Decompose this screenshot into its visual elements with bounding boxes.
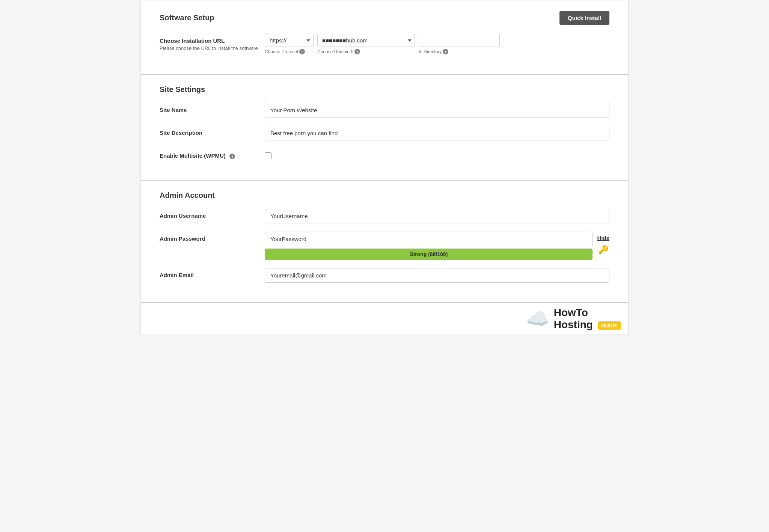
site-description-label: Site Description — [160, 130, 265, 136]
password-actions: Hide 🔑 — [597, 232, 609, 255]
admin-email-label: Admin Email — [160, 272, 265, 278]
branding-cloud-icon: ☁️ — [526, 308, 549, 330]
site-name-label: Site Name — [160, 107, 265, 113]
site-settings-section: Site Settings Site Name Site Description — [141, 75, 628, 180]
password-wrap: Strong (68/100) Hide 🔑 — [265, 232, 609, 260]
installation-url-controls: https:// http:// Choose Protocol i ■■■■■… — [265, 34, 609, 54]
admin-account-section: Admin Account Admin Username Admin Passw… — [141, 181, 628, 302]
protocol-caption: Choose Protocol i — [265, 49, 305, 54]
site-name-row: Site Name — [160, 103, 609, 118]
installation-url-row: Choose Installation URL Please choose th… — [160, 34, 609, 54]
site-settings-header: Site Settings — [160, 85, 609, 94]
key-icon: 🔑 — [598, 245, 608, 255]
admin-password-row: Admin Password Strong (68/100) Hide 🔑 — [160, 232, 609, 260]
password-input-col: Strong (68/100) — [265, 232, 593, 260]
enable-multisite-label: Enable Multisite (WPMU) i — [160, 152, 265, 159]
password-strength-bar: Strong (68/100) — [265, 249, 593, 260]
installation-url-label-col: Choose Installation URL Please choose th… — [160, 34, 265, 51]
site-name-label-col: Site Name — [160, 103, 265, 113]
admin-username-label-col: Admin Username — [160, 209, 265, 219]
site-settings-title: Site Settings — [160, 85, 205, 94]
protocol-info-icon[interactable]: i — [299, 49, 305, 54]
admin-password-control: Strong (68/100) Hide 🔑 — [265, 232, 609, 260]
branding-line2: Hosting GUIDE — [554, 319, 621, 331]
admin-email-input[interactable] — [265, 268, 609, 283]
software-setup-title: Software Setup — [160, 14, 214, 22]
admin-email-row: Admin Email — [160, 268, 609, 283]
domain-info-icon[interactable]: i — [354, 49, 360, 54]
software-setup-header: Software Setup Quick Install — [160, 11, 609, 25]
branding-text-block: HowTo Hosting GUIDE — [554, 307, 621, 331]
directory-input[interactable] — [419, 34, 500, 47]
site-description-input[interactable] — [265, 126, 609, 140]
site-description-control — [265, 126, 609, 140]
branding-guide-badge: GUIDE — [598, 321, 621, 330]
admin-password-label-col: Admin Password — [160, 232, 265, 242]
admin-password-label: Admin Password — [160, 235, 265, 242]
site-name-input[interactable] — [265, 103, 609, 118]
enable-multisite-label-col: Enable Multisite (WPMU) i — [160, 149, 265, 159]
branding-line1: HowTo — [554, 307, 621, 319]
protocol-select[interactable]: https:// http:// — [265, 34, 314, 47]
branding-row: ☁️ HowTo Hosting GUIDE — [141, 303, 628, 335]
software-setup-section: Software Setup Quick Install Choose Inst… — [141, 0, 628, 74]
admin-username-input[interactable] — [265, 209, 609, 223]
admin-email-control — [265, 268, 609, 283]
domain-caption: Choose Domain 0 i — [317, 49, 360, 54]
enable-multisite-row: Enable Multisite (WPMU) i — [160, 149, 609, 160]
protocol-wrap: https:// http:// Choose Protocol i — [265, 34, 314, 54]
admin-email-label-col: Admin Email — [160, 268, 265, 278]
admin-username-control — [265, 209, 609, 223]
domain-select[interactable]: ■■■■■■■hub.com — [317, 34, 415, 47]
installation-url-sublabel: Please choose the URL to install the sof… — [160, 45, 265, 51]
enable-multisite-checkbox[interactable] — [265, 152, 271, 159]
site-name-control — [265, 103, 609, 118]
enable-multisite-control — [265, 149, 609, 160]
installation-url-label: Choose Installation URL — [160, 38, 265, 44]
admin-username-label: Admin Username — [160, 212, 265, 219]
site-description-row: Site Description — [160, 126, 609, 140]
quick-install-button[interactable]: Quick Install — [559, 11, 609, 25]
admin-password-input[interactable] — [265, 232, 593, 246]
directory-wrap: In Directory i — [419, 34, 500, 54]
admin-username-row: Admin Username — [160, 209, 609, 223]
directory-info-icon[interactable]: i — [443, 49, 448, 54]
domain-wrap: ■■■■■■■hub.com Choose Domain 0 i — [317, 34, 415, 54]
hide-password-button[interactable]: Hide — [597, 235, 609, 241]
url-row: https:// http:// Choose Protocol i ■■■■■… — [265, 34, 609, 54]
multisite-info-icon[interactable]: i — [229, 154, 235, 159]
site-description-label-col: Site Description — [160, 126, 265, 136]
admin-account-title: Admin Account — [160, 191, 215, 200]
admin-account-header: Admin Account — [160, 191, 609, 200]
directory-caption: In Directory i — [419, 49, 448, 54]
